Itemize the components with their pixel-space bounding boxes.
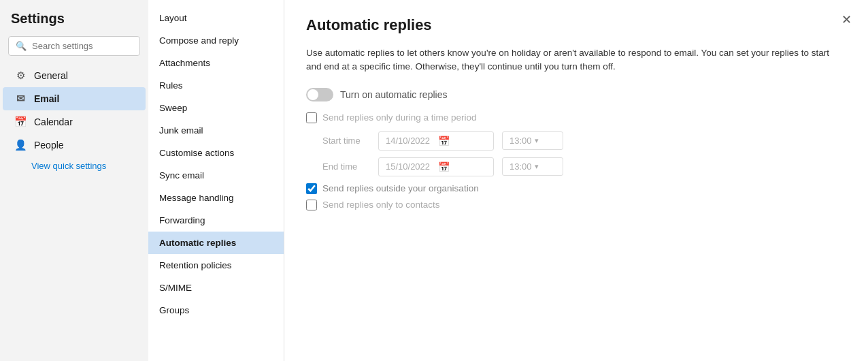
sidebar-item-general-label: General: [34, 70, 68, 81]
toggle-row: Turn on automatic replies: [306, 88, 846, 101]
nav-item-rules[interactable]: Rules: [148, 74, 284, 97]
nav-item-sync-email[interactable]: Sync email: [148, 164, 284, 187]
sidebar-item-email-label: Email: [34, 93, 59, 104]
search-icon: 🔍: [16, 41, 27, 51]
nav-item-attachments[interactable]: Attachments: [148, 52, 284, 74]
toggle-knob: [307, 89, 318, 100]
send-outside-org-row: Send replies outside your organisation: [306, 183, 846, 194]
view-quick-settings-link[interactable]: View quick settings: [0, 157, 148, 175]
sidebar: Settings 🔍 ⚙ General ✉ Email 📅 Calendar …: [0, 0, 148, 361]
send-to-contacts-label: Send replies only to contacts: [322, 200, 440, 210]
send-to-contacts-row: Send replies only to contacts: [306, 200, 846, 210]
nav-item-retention-policies[interactable]: Retention policies: [148, 254, 284, 277]
sidebar-item-people-label: People: [34, 140, 64, 151]
sidebar-item-people[interactable]: 👤 People: [3, 134, 146, 157]
sidebar-item-email[interactable]: ✉ Email: [3, 87, 146, 110]
end-time-value: 13:00: [510, 161, 532, 172]
end-date-value: 15/10/2022: [386, 161, 434, 172]
send-during-time-period-checkbox[interactable]: [306, 112, 317, 123]
end-calendar-icon: 📅: [438, 161, 486, 172]
nav-item-sweep[interactable]: Sweep: [148, 97, 284, 119]
end-time-chevron-icon: ▾: [535, 162, 556, 171]
end-date-input[interactable]: 15/10/2022 📅: [378, 157, 494, 176]
sidebar-item-calendar[interactable]: 📅 Calendar: [3, 110, 146, 134]
send-during-time-period-label: Send replies only during a time period: [322, 112, 477, 123]
people-icon: 👤: [14, 139, 27, 151]
nav-item-message-handling[interactable]: Message handling: [148, 187, 284, 209]
main-content: ✕ Automatic replies Use automatic replie…: [284, 0, 868, 361]
start-time-chevron-icon: ▾: [535, 136, 556, 145]
end-time-label: End time: [322, 161, 370, 172]
email-icon: ✉: [14, 93, 27, 105]
nav-item-forwarding[interactable]: Forwarding: [148, 209, 284, 232]
start-date-input[interactable]: 14/10/2022 📅: [378, 131, 494, 151]
page-title: Automatic replies: [306, 16, 846, 34]
search-box[interactable]: 🔍: [8, 36, 140, 56]
start-time-row: Start time 14/10/2022 📅 13:00 ▾: [322, 131, 846, 151]
gear-icon: ⚙: [14, 69, 27, 82]
start-time-value: 13:00: [510, 136, 532, 146]
nav-item-compose-reply[interactable]: Compose and reply: [148, 29, 284, 52]
nav-item-groups[interactable]: Groups: [148, 299, 284, 321]
send-outside-org-checkbox[interactable]: [306, 183, 317, 194]
calendar-icon: 📅: [14, 116, 27, 128]
search-input[interactable]: [32, 41, 133, 51]
end-time-row: End time 15/10/2022 📅 13:00 ▾: [322, 157, 846, 176]
start-date-value: 14/10/2022: [386, 136, 434, 146]
close-button[interactable]: ✕: [841, 14, 852, 26]
send-outside-org-label: Send replies outside your organisation: [322, 183, 479, 193]
nav-item-smime[interactable]: S/MIME: [148, 277, 284, 299]
end-time-select[interactable]: 13:00 ▾: [502, 157, 563, 176]
automatic-replies-toggle[interactable]: [306, 88, 333, 101]
middle-nav: Layout Compose and reply Attachments Rul…: [148, 0, 284, 361]
start-time-select[interactable]: 13:00 ▾: [502, 131, 563, 150]
time-period-section: Start time 14/10/2022 📅 13:00 ▾ End time…: [306, 131, 846, 176]
description-text: Use automatic replies to let others know…: [306, 46, 846, 74]
start-calendar-icon: 📅: [438, 136, 486, 146]
sidebar-item-calendar-label: Calendar: [34, 116, 73, 127]
sidebar-item-general[interactable]: ⚙ General: [3, 64, 146, 87]
nav-item-customise-actions[interactable]: Customise actions: [148, 142, 284, 164]
nav-item-automatic-replies[interactable]: Automatic replies: [148, 232, 284, 254]
nav-item-junk-email[interactable]: Junk email: [148, 119, 284, 142]
nav-item-layout[interactable]: Layout: [148, 7, 284, 29]
toggle-label: Turn on automatic replies: [340, 89, 447, 100]
sidebar-title: Settings: [0, 11, 148, 36]
send-to-contacts-checkbox[interactable]: [306, 200, 317, 210]
send-during-time-period-row: Send replies only during a time period: [306, 112, 846, 123]
start-time-label: Start time: [322, 136, 370, 146]
